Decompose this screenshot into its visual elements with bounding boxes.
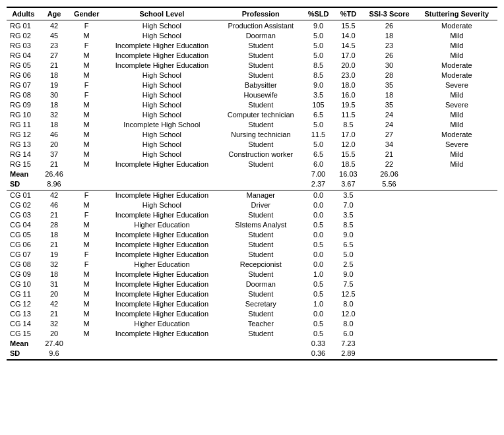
table-cell: High School [105, 80, 219, 90]
summary-cell: 0.36 [303, 349, 334, 361]
table-cell [416, 270, 497, 279]
summary-cell [416, 339, 497, 349]
table-cell: 24 [362, 119, 416, 129]
table-cell: 20 [40, 139, 69, 149]
table-cell: Incomplete Higher Education [105, 309, 219, 319]
table-cell: CG 12 [7, 299, 40, 309]
table-cell: 0.0 [303, 250, 334, 260]
table-cell: High School [105, 200, 219, 210]
table-cell: 5.0 [303, 30, 334, 40]
table-cell: RG 04 [7, 50, 40, 60]
table-cell: 23 [40, 40, 69, 50]
table-cell: Mild [416, 40, 497, 50]
summary-cell: Mean [7, 169, 40, 179]
table-cell: RG 07 [7, 80, 40, 90]
table-cell: F [68, 250, 104, 260]
table-cell: CG 07 [7, 250, 40, 260]
table-cell: Doorman [219, 279, 303, 289]
table-cell: M [68, 309, 104, 319]
table-cell: 18 [40, 119, 69, 129]
table-cell: Incomplete Higher Education [105, 159, 219, 169]
table-cell: Mild [416, 30, 497, 40]
table-cell: Student [219, 40, 303, 50]
table-cell: 27 [362, 129, 416, 139]
table-cell: M [68, 289, 104, 299]
col-adults: Adults [7, 7, 40, 20]
table-cell: 0.0 [303, 190, 334, 200]
table-cell: 20 [40, 289, 69, 299]
table-cell: Computer technician [219, 109, 303, 119]
table-cell: High School [105, 139, 219, 149]
summary-cell: 7.00 [303, 169, 334, 179]
table-cell: 7.5 [334, 279, 362, 289]
table-cell: 32 [40, 319, 69, 329]
table-cell: 22 [362, 159, 416, 169]
table-cell: SIstems Analyst [219, 220, 303, 230]
col-ssi3: SSI-3 Score [362, 7, 416, 20]
table-cell: Construction worker [219, 149, 303, 159]
summary-cell [219, 349, 303, 361]
table-cell: 12.0 [334, 309, 362, 319]
table-cell: M [68, 109, 104, 119]
summary-cell [68, 349, 104, 361]
summary-cell: 26.06 [362, 169, 416, 179]
col-td: %TD [334, 7, 362, 20]
table-cell: 0.5 [303, 329, 334, 339]
table-cell [362, 309, 416, 319]
table-cell: 18 [40, 100, 69, 109]
table-cell [362, 329, 416, 339]
table-cell: RG 13 [7, 139, 40, 149]
table-cell: 15.5 [334, 20, 362, 31]
table-cell: Student [219, 240, 303, 250]
summary-cell: 16.03 [334, 169, 362, 179]
table-cell: CG 02 [7, 200, 40, 210]
table-cell: 18 [362, 30, 416, 40]
table-cell: Student [219, 309, 303, 319]
table-cell: 5.0 [303, 139, 334, 149]
summary-cell [105, 169, 219, 179]
table-cell: Incomplete Higher Education [105, 210, 219, 220]
table-cell: RG 03 [7, 40, 40, 50]
table-cell: Moderate [416, 60, 497, 70]
table-cell: 12.0 [334, 139, 362, 149]
table-cell [416, 319, 497, 329]
table-cell: Student [219, 139, 303, 149]
table-cell [362, 230, 416, 240]
table-cell: M [68, 70, 104, 80]
table-cell: Student [219, 250, 303, 260]
summary-cell [105, 349, 219, 361]
table-cell: 0.0 [303, 210, 334, 220]
table-cell [362, 319, 416, 329]
table-cell: Student [219, 70, 303, 80]
table-cell: CG 14 [7, 319, 40, 329]
table-cell: 2.5 [334, 260, 362, 270]
table-cell: Incomplete Higher Education [105, 190, 219, 200]
table-cell: 21 [40, 60, 69, 70]
table-cell: Mild [416, 119, 497, 129]
table-cell: 37 [40, 149, 69, 159]
table-cell: RG 09 [7, 100, 40, 109]
table-cell [416, 210, 497, 220]
table-cell: 12.5 [334, 289, 362, 299]
table-cell: Student [219, 119, 303, 129]
table-cell: 21 [40, 210, 69, 220]
table-cell: 0.0 [303, 230, 334, 240]
table-cell: Doorman [219, 30, 303, 40]
table-cell: High School [105, 149, 219, 159]
table-cell: 5.0 [303, 40, 334, 50]
col-sld: %SLD [303, 7, 334, 20]
table-cell: High School [105, 90, 219, 100]
table-cell: CG 15 [7, 329, 40, 339]
summary-cell [68, 169, 104, 179]
table-cell: Moderate [416, 70, 497, 80]
summary-cell [105, 339, 219, 349]
table-cell: 42 [40, 299, 69, 309]
table-cell: M [68, 220, 104, 230]
table-cell: 8.5 [303, 70, 334, 80]
table-cell [416, 260, 497, 270]
table-cell: 3.5 [334, 190, 362, 200]
table-cell: 45 [40, 30, 69, 40]
table-cell [362, 260, 416, 270]
table-cell: High School [105, 30, 219, 40]
table-cell: 19 [40, 250, 69, 260]
